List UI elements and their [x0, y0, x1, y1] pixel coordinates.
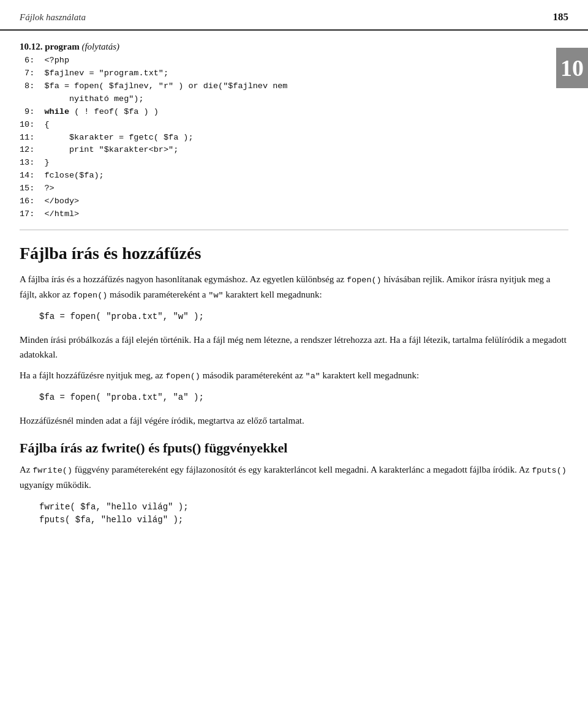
- code-line-10: 15: ?>: [20, 184, 55, 193]
- program-heading: 10.12. program (folytatás): [20, 42, 568, 52]
- section1-para4: Hozzáfűzésnél minden adat a fájl végére …: [20, 413, 568, 428]
- code-snippet-3: fwrite( $fa, "hello világ" ); fputs( $fa…: [39, 501, 568, 527]
- section1-para3: Ha a fájlt hozzáfűzésre nyitjuk meg, az …: [20, 368, 568, 383]
- section-divider: [20, 230, 568, 230]
- section1-para1: A fájlba írás és a hozzáfűzés nagyon has…: [20, 272, 568, 302]
- page-number: 185: [553, 11, 569, 23]
- code-line-4: 9: while ( ! feof( $fa ) ): [20, 107, 159, 116]
- code-line-3b: nyitható meg");: [20, 94, 144, 103]
- code-snippet-2: $fa = fopen( "proba.txt", "a" );: [39, 391, 568, 405]
- code-snippet-1: $fa = fopen( "proba.txt", "w" );: [39, 310, 568, 324]
- program-label: 10.12. program: [20, 42, 80, 51]
- code-line-3: 8: $fa = fopen( $fajlnev, "r" ) or die("…: [20, 81, 287, 91]
- section2-heading: Fájlba írás az fwrite() és fputs() függv…: [20, 440, 568, 456]
- chapter-number: 10: [560, 55, 584, 81]
- page-header: Fájlok használata 185: [0, 0, 588, 31]
- header-title: Fájlok használata: [20, 12, 86, 23]
- code-line-11: 16: </body>: [20, 197, 79, 206]
- section2-para1: Az fwrite() függvény paramétereként egy …: [20, 462, 568, 492]
- code-line-7: 12: print "$karakter<br>";: [20, 145, 178, 154]
- code-line-12: 17: </html>: [20, 209, 79, 219]
- code-line-1: 6: <?php: [20, 56, 69, 65]
- code-line-8: 13: }: [20, 158, 50, 167]
- program-subtitle: (folytatás): [81, 42, 119, 51]
- chapter-sidebar: 10: [556, 48, 588, 88]
- code-block: 6: <?php 7: $fajlnev = "program.txt"; 8:…: [20, 54, 568, 221]
- section1-para2: Minden írási próbálkozás a fájl elején t…: [20, 332, 568, 362]
- section1-heading: Fájlba írás és hozzáfűzés: [20, 244, 568, 263]
- code-line-9: 14: fclose($fa);: [20, 171, 104, 180]
- code-line-5: 10: {: [20, 120, 50, 129]
- main-content: 10 10.12. program (folytatás) 6: <?php 7…: [0, 42, 588, 555]
- code-line-6: 11: $karakter = fgetc( $fa );: [20, 133, 194, 142]
- code-line-2: 7: $fajlnev = "program.txt";: [20, 69, 168, 78]
